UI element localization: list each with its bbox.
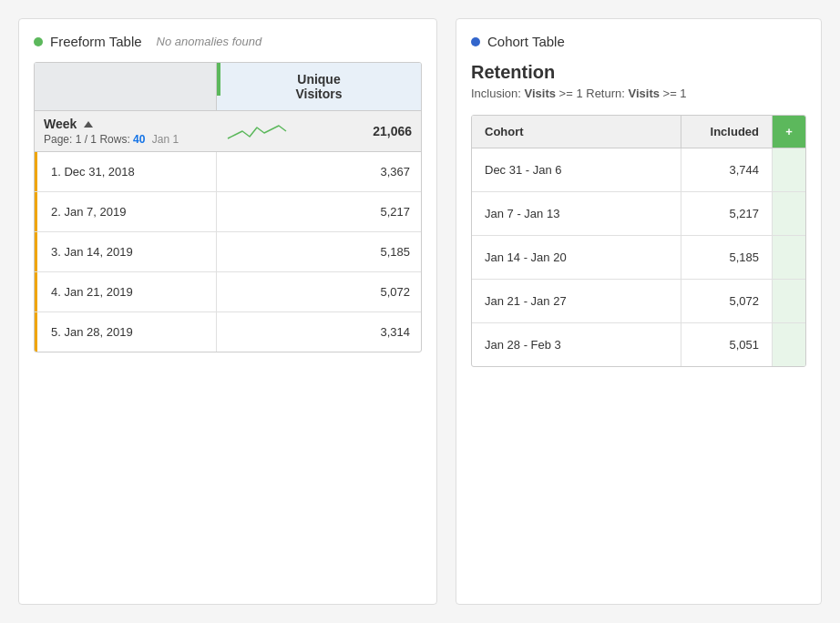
table-row: 5. Jan 28, 2019 3,314 (35, 312, 421, 352)
cohort-header-cohort: Cohort (472, 116, 681, 148)
cohort-table-header: Cohort Included + (472, 116, 805, 148)
cohort-expand-cell (773, 192, 805, 235)
left-panel-title: Freeform Table (50, 34, 142, 49)
right-panel: Cohort Table Retention Inclusion: Visits… (456, 18, 822, 605)
orange-border-icon (35, 272, 37, 312)
green-bar-icon (217, 63, 220, 96)
row-label: 3. Jan 14, 2019 (35, 232, 217, 271)
cohort-label: Jan 21 - Jan 27 (472, 280, 681, 322)
retention-subtitle: Inclusion: Visits >= 1 Return: Visits >=… (471, 87, 806, 100)
cohort-expand-cell (773, 280, 805, 322)
row-value: 5,185 (217, 232, 421, 271)
orange-border-icon (35, 232, 37, 271)
cohort-included-value: 5,185 (681, 236, 773, 279)
cohort-row: Jan 14 - Jan 20 5,185 (472, 236, 805, 280)
cohort-label: Jan 28 - Feb 3 (472, 323, 681, 366)
cohort-included-value: 5,051 (681, 323, 773, 366)
sparkline-chart (226, 118, 290, 144)
row-value: 3,367 (217, 152, 421, 191)
right-panel-title: Cohort Table (487, 34, 565, 49)
week-total-value: 21,066 (357, 124, 412, 138)
row-label: 2. Jan 7, 2019 (35, 192, 217, 231)
table-row: 2. Jan 7, 2019 5,217 (35, 192, 421, 232)
week-sparkline (226, 118, 357, 144)
cohort-header-included: Included (681, 116, 773, 148)
cohort-label: Jan 7 - Jan 13 (472, 192, 681, 235)
cohort-header-plus[interactable]: + (773, 116, 805, 148)
week-label-cell: Week Page: 1 / 1 Rows: 40 Jan 1 (44, 117, 226, 146)
row-value: 5,072 (217, 272, 421, 312)
cohort-row: Jan 7 - Jan 13 5,217 (472, 192, 805, 236)
week-subtitle: Page: 1 / 1 Rows: 40 Jan 1 (44, 133, 226, 146)
freeform-header-empty (35, 63, 217, 110)
orange-border-icon (35, 312, 37, 352)
right-panel-header: Cohort Table (471, 34, 806, 49)
left-panel-header: Freeform Table No anomalies found (34, 34, 422, 49)
blue-dot-icon (471, 37, 480, 46)
cohort-included-value: 5,217 (681, 192, 773, 235)
freeform-table: UniqueVisitors Week Page: 1 / 1 Rows: 40… (34, 62, 422, 352)
table-row: 4. Jan 21, 2019 5,072 (35, 272, 421, 312)
table-row: 1. Dec 31, 2018 3,367 (35, 152, 421, 192)
week-summary-row: Week Page: 1 / 1 Rows: 40 Jan 1 21,066 (35, 110, 421, 152)
cohort-expand-cell (773, 236, 805, 279)
row-label: 5. Jan 28, 2019 (35, 312, 217, 352)
no-anomalies-label: No anomalies found (157, 35, 262, 48)
cohort-row: Jan 28 - Feb 3 5,051 (472, 323, 805, 366)
cohort-label: Jan 14 - Jan 20 (472, 236, 681, 279)
row-value: 5,217 (217, 192, 421, 231)
cohort-label: Dec 31 - Jan 6 (472, 148, 681, 191)
row-label: 1. Dec 31, 2018 (35, 152, 217, 191)
cohort-expand-cell (773, 148, 805, 191)
cohort-table: Cohort Included + Dec 31 - Jan 6 3,744 J… (471, 115, 806, 367)
left-panel: Freeform Table No anomalies found Unique… (18, 18, 437, 605)
unique-visitors-header: UniqueVisitors (217, 63, 421, 110)
table-row: 3. Jan 14, 2019 5,185 (35, 232, 421, 272)
panels-container: Freeform Table No anomalies found Unique… (18, 18, 822, 605)
unique-visitors-label: UniqueVisitors (295, 72, 342, 101)
orange-border-icon (35, 192, 37, 231)
row-value: 3,314 (217, 312, 421, 352)
green-dot-icon (34, 37, 43, 46)
orange-border-icon (35, 152, 37, 191)
cohort-row: Dec 31 - Jan 6 3,744 (472, 148, 805, 192)
row-label: 4. Jan 21, 2019 (35, 272, 217, 312)
cohort-included-value: 5,072 (681, 280, 773, 322)
retention-title: Retention (471, 62, 806, 83)
cohort-expand-cell (773, 323, 805, 366)
sort-arrow-icon[interactable] (84, 121, 93, 128)
cohort-included-value: 3,744 (681, 148, 773, 191)
week-title: Week (44, 117, 226, 131)
freeform-table-header: UniqueVisitors (35, 63, 421, 110)
cohort-row: Jan 21 - Jan 27 5,072 (472, 280, 805, 323)
